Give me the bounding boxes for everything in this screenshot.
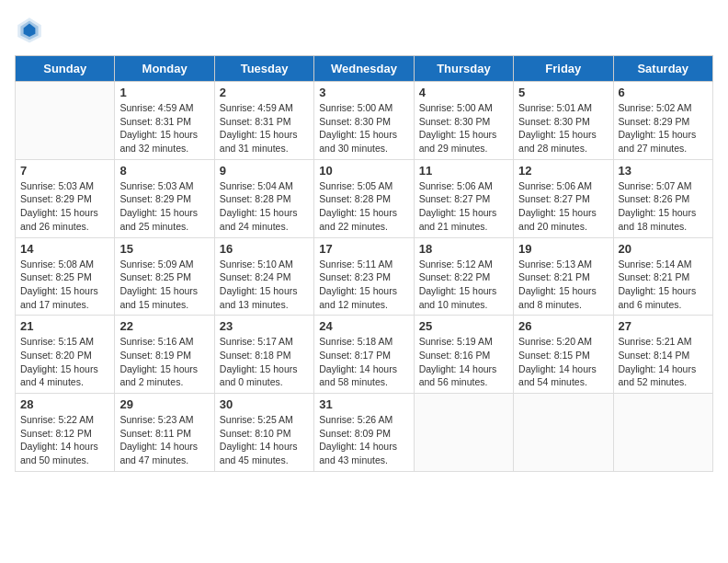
day-info: Sunrise: 5:18 AMSunset: 8:17 PMDaylight:… <box>319 335 408 389</box>
day-info: Sunrise: 5:06 AMSunset: 8:27 PMDaylight:… <box>419 179 508 234</box>
calendar-cell: 10Sunrise: 5:05 AMSunset: 8:28 PMDayligh… <box>314 159 414 237</box>
logo-icon <box>15 15 44 44</box>
day-info: Sunrise: 5:23 AMSunset: 8:11 PMDaylight:… <box>119 413 209 467</box>
calendar-cell <box>16 82 115 160</box>
calendar-cell <box>414 394 513 472</box>
calendar-cell <box>514 394 613 472</box>
calendar-cell: 24Sunrise: 5:18 AMSunset: 8:17 PMDayligh… <box>314 316 414 394</box>
day-number: 28 <box>20 397 109 411</box>
day-info: Sunrise: 5:10 AMSunset: 8:24 PMDaylight:… <box>220 258 309 312</box>
calendar-cell: 11Sunrise: 5:06 AMSunset: 8:27 PMDayligh… <box>414 159 513 237</box>
calendar-cell: 3Sunrise: 5:00 AMSunset: 8:30 PMDaylight… <box>314 82 414 160</box>
calendar-cell: 16Sunrise: 5:10 AMSunset: 8:24 PMDayligh… <box>214 237 313 316</box>
day-info: Sunrise: 5:00 AMSunset: 8:30 PMDaylight:… <box>419 101 508 155</box>
day-number: 10 <box>319 164 408 178</box>
day-info: Sunrise: 5:16 AMSunset: 8:19 PMDaylight:… <box>119 335 209 389</box>
day-number: 16 <box>220 242 309 256</box>
day-info: Sunrise: 5:03 AMSunset: 8:29 PMDaylight:… <box>119 179 209 234</box>
day-number: 30 <box>220 397 309 411</box>
day-number: 5 <box>518 86 608 99</box>
calendar-cell: 15Sunrise: 5:09 AMSunset: 8:25 PMDayligh… <box>115 237 214 316</box>
day-info: Sunrise: 5:01 AMSunset: 8:30 PMDaylight:… <box>518 101 608 155</box>
day-number: 22 <box>119 319 209 333</box>
calendar-cell: 12Sunrise: 5:06 AMSunset: 8:27 PMDayligh… <box>514 159 613 237</box>
day-info: Sunrise: 4:59 AMSunset: 8:31 PMDaylight:… <box>220 101 309 155</box>
calendar-cell: 8Sunrise: 5:03 AMSunset: 8:29 PMDaylight… <box>115 159 214 237</box>
day-number: 27 <box>619 319 708 333</box>
day-number: 25 <box>419 319 508 333</box>
calendar-cell: 27Sunrise: 5:21 AMSunset: 8:14 PMDayligh… <box>613 316 712 394</box>
page-header <box>15 15 713 44</box>
day-number: 4 <box>419 86 508 99</box>
day-info: Sunrise: 5:21 AMSunset: 8:14 PMDaylight:… <box>619 335 708 389</box>
day-info: Sunrise: 5:26 AMSunset: 8:09 PMDaylight:… <box>319 413 408 467</box>
day-info: Sunrise: 5:12 AMSunset: 8:22 PMDaylight:… <box>419 258 508 312</box>
day-number: 9 <box>220 164 309 178</box>
day-number: 1 <box>119 86 209 99</box>
calendar-cell: 17Sunrise: 5:11 AMSunset: 8:23 PMDayligh… <box>314 237 414 316</box>
column-header-monday: Monday <box>115 56 214 82</box>
calendar-week-row: 1Sunrise: 4:59 AMSunset: 8:31 PMDaylight… <box>16 82 713 160</box>
day-number: 15 <box>119 242 209 256</box>
calendar-cell: 21Sunrise: 5:15 AMSunset: 8:20 PMDayligh… <box>16 316 115 394</box>
day-number: 18 <box>419 242 508 256</box>
calendar-cell: 13Sunrise: 5:07 AMSunset: 8:26 PMDayligh… <box>613 159 712 237</box>
day-info: Sunrise: 5:00 AMSunset: 8:30 PMDaylight:… <box>319 101 408 155</box>
day-number: 19 <box>518 242 608 256</box>
calendar-week-row: 21Sunrise: 5:15 AMSunset: 8:20 PMDayligh… <box>16 316 713 394</box>
calendar-cell: 26Sunrise: 5:20 AMSunset: 8:15 PMDayligh… <box>514 316 613 394</box>
day-info: Sunrise: 5:07 AMSunset: 8:26 PMDaylight:… <box>619 179 708 234</box>
day-number: 20 <box>619 242 708 256</box>
day-info: Sunrise: 5:20 AMSunset: 8:15 PMDaylight:… <box>518 335 608 389</box>
column-header-wednesday: Wednesday <box>314 56 414 82</box>
day-number: 6 <box>619 86 708 99</box>
calendar-week-row: 7Sunrise: 5:03 AMSunset: 8:29 PMDaylight… <box>16 159 713 237</box>
day-info: Sunrise: 5:06 AMSunset: 8:27 PMDaylight:… <box>518 179 608 234</box>
calendar-cell: 7Sunrise: 5:03 AMSunset: 8:29 PMDaylight… <box>16 159 115 237</box>
calendar-header-row: SundayMondayTuesdayWednesdayThursdayFrid… <box>16 56 713 82</box>
day-number: 3 <box>319 86 408 99</box>
calendar-cell: 23Sunrise: 5:17 AMSunset: 8:18 PMDayligh… <box>214 316 313 394</box>
day-number: 2 <box>220 86 309 99</box>
logo <box>15 15 48 44</box>
column-header-saturday: Saturday <box>613 56 712 82</box>
day-number: 31 <box>319 397 408 411</box>
calendar-cell <box>613 394 712 472</box>
day-number: 29 <box>119 397 209 411</box>
day-number: 14 <box>20 242 109 256</box>
day-info: Sunrise: 5:19 AMSunset: 8:16 PMDaylight:… <box>419 335 508 389</box>
day-info: Sunrise: 5:09 AMSunset: 8:25 PMDaylight:… <box>119 258 209 312</box>
column-header-sunday: Sunday <box>16 56 115 82</box>
calendar-cell: 22Sunrise: 5:16 AMSunset: 8:19 PMDayligh… <box>115 316 214 394</box>
day-info: Sunrise: 5:04 AMSunset: 8:28 PMDaylight:… <box>220 179 309 234</box>
calendar-cell: 1Sunrise: 4:59 AMSunset: 8:31 PMDaylight… <box>115 82 214 160</box>
calendar-cell: 9Sunrise: 5:04 AMSunset: 8:28 PMDaylight… <box>214 159 313 237</box>
day-number: 13 <box>619 164 708 178</box>
calendar-cell: 5Sunrise: 5:01 AMSunset: 8:30 PMDaylight… <box>514 82 613 160</box>
calendar-cell: 18Sunrise: 5:12 AMSunset: 8:22 PMDayligh… <box>414 237 513 316</box>
day-number: 17 <box>319 242 408 256</box>
calendar-cell: 20Sunrise: 5:14 AMSunset: 8:21 PMDayligh… <box>613 237 712 316</box>
day-info: Sunrise: 5:03 AMSunset: 8:29 PMDaylight:… <box>20 179 109 234</box>
column-header-tuesday: Tuesday <box>214 56 313 82</box>
day-info: Sunrise: 5:17 AMSunset: 8:18 PMDaylight:… <box>220 335 309 389</box>
day-info: Sunrise: 5:02 AMSunset: 8:29 PMDaylight:… <box>619 101 708 155</box>
column-header-thursday: Thursday <box>414 56 513 82</box>
calendar-cell: 28Sunrise: 5:22 AMSunset: 8:12 PMDayligh… <box>16 394 115 472</box>
calendar-cell: 31Sunrise: 5:26 AMSunset: 8:09 PMDayligh… <box>314 394 414 472</box>
day-info: Sunrise: 5:13 AMSunset: 8:21 PMDaylight:… <box>518 258 608 312</box>
day-info: Sunrise: 5:22 AMSunset: 8:12 PMDaylight:… <box>20 413 109 467</box>
calendar-cell: 19Sunrise: 5:13 AMSunset: 8:21 PMDayligh… <box>514 237 613 316</box>
day-number: 26 <box>518 319 608 333</box>
day-info: Sunrise: 5:05 AMSunset: 8:28 PMDaylight:… <box>319 179 408 234</box>
day-number: 8 <box>119 164 209 178</box>
calendar-week-row: 28Sunrise: 5:22 AMSunset: 8:12 PMDayligh… <box>16 394 713 472</box>
calendar-cell: 6Sunrise: 5:02 AMSunset: 8:29 PMDaylight… <box>613 82 712 160</box>
calendar-cell: 25Sunrise: 5:19 AMSunset: 8:16 PMDayligh… <box>414 316 513 394</box>
day-info: Sunrise: 5:15 AMSunset: 8:20 PMDaylight:… <box>20 335 109 389</box>
day-number: 7 <box>20 164 109 178</box>
day-number: 12 <box>518 164 608 178</box>
day-number: 24 <box>319 319 408 333</box>
calendar-table: SundayMondayTuesdayWednesdayThursdayFrid… <box>15 55 713 472</box>
calendar-week-row: 14Sunrise: 5:08 AMSunset: 8:25 PMDayligh… <box>16 237 713 316</box>
